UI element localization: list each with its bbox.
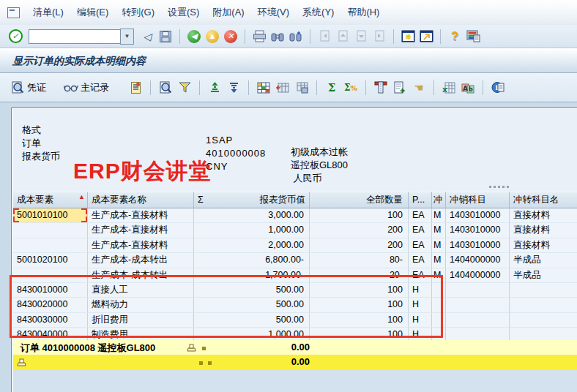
cell-offset-account[interactable]: 1403010000 (446, 208, 510, 223)
cell-value[interactable]: 500.00 (194, 298, 310, 312)
export-button[interactable] (392, 80, 408, 96)
voucher-button[interactable]: 凭证 (9, 80, 48, 96)
cell-cost-element[interactable]: 8430020000 (13, 298, 88, 312)
next-page-button[interactable] (353, 29, 369, 45)
cell-cost-element[interactable]: 5001010100 (13, 208, 88, 223)
menu-settings[interactable]: 设置(S) (161, 3, 206, 22)
menu-system[interactable]: 系统(Y) (296, 3, 340, 22)
previous-page-button[interactable] (335, 29, 351, 45)
collapse-command-icon[interactable]: ◁ (139, 29, 155, 45)
cell-name[interactable]: 折旧费用 (88, 313, 194, 328)
detail-button[interactable] (127, 80, 144, 96)
menu-edit[interactable]: 编辑(E) (70, 3, 115, 22)
cell-offset-account-name[interactable] (510, 283, 577, 298)
cell-unit[interactable]: H (409, 313, 432, 328)
cell-offset-account[interactable] (446, 298, 510, 312)
header-cost-element[interactable]: 成本要素▲ (13, 192, 88, 208)
help-button[interactable]: ? (447, 29, 463, 45)
enter-button[interactable]: ✓ (7, 29, 23, 45)
cell-unit[interactable]: EA (409, 253, 432, 268)
first-page-button[interactable] (316, 29, 332, 45)
cell-offset-account-name[interactable]: 直接材料 (510, 208, 577, 223)
cell-flag[interactable] (432, 283, 446, 298)
cell-offset-account[interactable]: 1403010000 (446, 223, 510, 238)
filter-button[interactable] (176, 80, 193, 96)
cell-name[interactable]: 燃料动力 (88, 298, 194, 312)
cell-value[interactable]: 500.00 (194, 283, 310, 298)
hierarchy-node-icon[interactable] (187, 343, 196, 352)
cell-quantity[interactable]: 200 (310, 223, 409, 238)
cell-flag[interactable]: M (432, 208, 446, 223)
command-field[interactable] (29, 29, 120, 44)
cell-flag[interactable]: M (432, 253, 446, 268)
cell-offset-account-name[interactable] (510, 313, 577, 328)
cell-offset-account-name[interactable]: 直接材料 (510, 223, 577, 238)
command-dropdown-icon[interactable]: ▼ (120, 29, 134, 45)
cell-value[interactable]: 2,000.00 (194, 238, 310, 253)
cell-offset-account[interactable]: 1404000000 (446, 268, 510, 283)
cell-cost-element[interactable]: 5001020100 (13, 253, 88, 268)
cell-flag[interactable] (432, 298, 446, 312)
cell-cost-element[interactable] (13, 268, 88, 283)
last-page-button[interactable] (371, 29, 387, 45)
cell-flag[interactable]: M (432, 223, 446, 238)
exit-button[interactable]: ▲ (204, 29, 220, 45)
header-offset-account-name[interactable]: 冲转科目名 (510, 192, 577, 208)
menu-extras[interactable]: 附加(A) (206, 3, 250, 22)
cell-value[interactable]: 3,000.00 (194, 208, 310, 223)
cell-flag[interactable]: M (432, 268, 446, 283)
cell-cost-element[interactable] (13, 238, 88, 253)
cell-quantity[interactable]: 100 (310, 208, 409, 223)
splitter-handle[interactable] (489, 186, 509, 188)
cell-offset-account-name[interactable]: 直接材料 (510, 238, 577, 253)
header-quantity[interactable]: 全部数量 (310, 192, 409, 208)
subtotal-button[interactable]: Σ% (343, 80, 359, 96)
header-offset-account[interactable]: 冲销科目 (446, 192, 510, 208)
cell-quantity[interactable]: 100 (310, 283, 409, 298)
header-currency-value[interactable]: Σ报表货币值 (194, 192, 310, 208)
cancel-button[interactable]: ✕ (223, 29, 239, 45)
cell-unit[interactable]: H (409, 298, 432, 312)
cell-flag[interactable]: M (432, 238, 446, 253)
menu-environment[interactable]: 环境(V) (251, 3, 296, 22)
menu-list[interactable]: 清单(L) (26, 3, 70, 22)
header-cost-element-name[interactable]: 成本要素名称 (88, 192, 194, 208)
choose-views-button[interactable]: ☚ (411, 80, 427, 96)
cell-offset-account-name[interactable]: 半成品 (510, 268, 577, 283)
cell-offset-account[interactable]: 1403010000 (446, 238, 510, 253)
cell-cost-element[interactable] (13, 223, 88, 238)
cell-name[interactable]: 生产成本-成本转出 (88, 268, 194, 283)
system-menu-icon[interactable] (7, 7, 20, 18)
cell-offset-account[interactable] (446, 283, 510, 298)
cell-unit[interactable]: EA (409, 238, 432, 253)
cell-quantity[interactable]: 100 (310, 313, 409, 328)
cell-value[interactable]: 500.00 (194, 313, 310, 328)
create-shortcut-button[interactable] (418, 29, 434, 45)
word-processing-button[interactable]: Ab (460, 80, 476, 96)
cell-offset-account-name[interactable]: 半成品 (510, 253, 577, 268)
menu-help[interactable]: 帮助(H) (340, 3, 386, 22)
cell-offset-account-name[interactable] (510, 298, 577, 312)
alv-grid-button[interactable] (256, 80, 272, 96)
sort-ascending-button[interactable] (206, 80, 223, 96)
cell-name[interactable]: 生产成本-直接材料 (88, 208, 194, 223)
master-record-button[interactable]: 主记录 (62, 80, 111, 96)
choose-detail-button[interactable] (157, 80, 174, 96)
cell-quantity[interactable]: 80- (310, 253, 409, 268)
sort-descending-button[interactable] (226, 80, 242, 96)
cell-unit[interactable]: EA (409, 223, 432, 238)
cell-offset-account[interactable]: 1404000000 (446, 253, 510, 268)
grand-total-row[interactable]: 0.00 (13, 355, 577, 370)
header-unit[interactable]: P... (409, 192, 432, 208)
cell-name[interactable]: 生产成本-直接材料 (88, 238, 194, 253)
excel-view-button[interactable]: x (441, 80, 457, 96)
cell-value[interactable]: 1,000.00 (194, 223, 310, 238)
grid-save-layout-button[interactable] (294, 80, 310, 96)
cell-unit[interactable]: EA (409, 208, 432, 223)
cell-unit[interactable]: H (409, 283, 432, 298)
save-button[interactable] (157, 29, 174, 45)
subtotal-row[interactable]: 订单 4010000008 遥控板GL800 0.00 (13, 340, 577, 355)
cell-unit[interactable]: EA (409, 268, 432, 283)
cell-name[interactable]: 直接人工 (88, 283, 194, 298)
customize-layout-button[interactable] (465, 29, 481, 45)
